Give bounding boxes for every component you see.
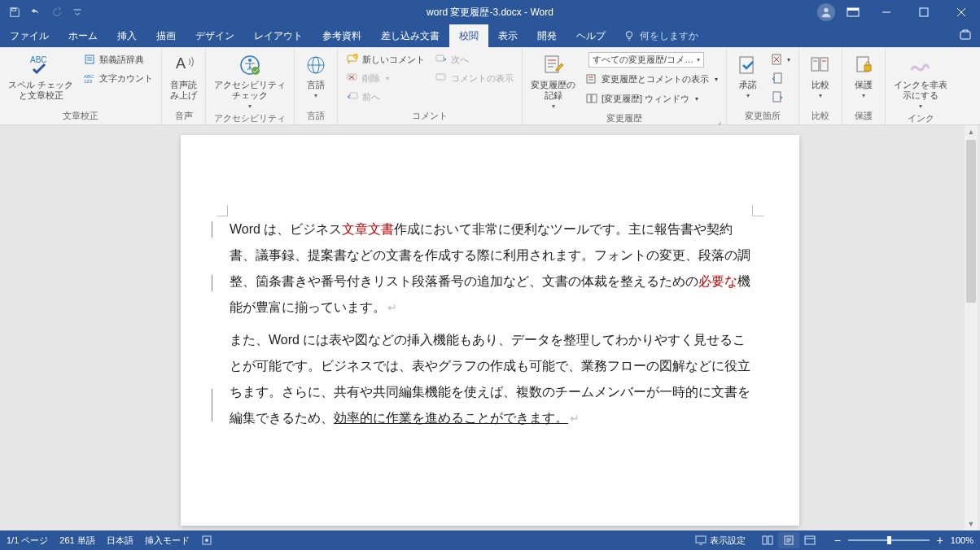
qat-customize-icon[interactable] <box>68 2 88 22</box>
zoom-level[interactable]: 100% <box>951 535 973 545</box>
group-label-protect: 保護 <box>846 108 882 124</box>
zoom-slider-track[interactable] <box>848 539 930 541</box>
show-markup-dropdown[interactable]: 変更履歴とコメントの表示▾ <box>582 70 721 88</box>
next-change-button[interactable] <box>768 88 794 106</box>
new-comment-button[interactable]: +新しいコメント <box>343 50 428 68</box>
paragraph[interactable]: Word は、ビジネス文章文書作成において非常に便利なツールです。主に報告書や契… <box>230 216 750 321</box>
tab-view[interactable]: 表示 <box>488 24 527 47</box>
reject-button[interactable]: ▾ <box>768 50 794 68</box>
ribbon-display-options-icon[interactable] <box>842 1 864 24</box>
tab-home[interactable]: ホーム <box>59 24 107 47</box>
next-comment-button[interactable]: 次へ <box>431 50 517 68</box>
prev-change-icon <box>771 72 784 85</box>
qat-undo-icon[interactable] <box>26 2 46 22</box>
protect-icon <box>851 52 877 78</box>
ribbon-tabs: ファイル ホーム 挿入 描画 デザイン レイアウト 参考資料 差し込み文書 校閲… <box>0 24 980 47</box>
accessibility-check-button[interactable]: アクセシビリティ チェック <box>209 49 291 111</box>
document-body[interactable]: Word は、ビジネス文章文書作成において非常に便利なツールです。主に報告書や契… <box>230 216 750 431</box>
tell-me-search[interactable]: 何をしますか <box>615 24 707 47</box>
paragraph[interactable]: また、Word には表や図などの挿入機能もあり、データを整理してわかりやすく見せ… <box>230 327 750 431</box>
compare-button[interactable]: 比較 <box>803 49 838 100</box>
paragraph-mark: ↵ <box>387 301 397 314</box>
tab-file[interactable]: ファイル <box>0 24 59 47</box>
group-label-tracking[interactable]: 変更履歴 <box>526 111 723 127</box>
group-label-speech: 音声 <box>165 108 202 124</box>
minimize-button[interactable] <box>868 0 905 24</box>
zoom-in-button[interactable]: + <box>934 534 946 547</box>
prev-comment-button[interactable]: 前へ <box>343 88 428 106</box>
status-page[interactable]: 1/1 ページ <box>7 535 48 547</box>
tab-developer[interactable]: 開発 <box>527 24 567 47</box>
show-comments-icon <box>435 72 448 85</box>
svg-rect-12 <box>960 32 970 39</box>
tab-design[interactable]: デザイン <box>186 24 244 47</box>
revision-bar[interactable] <box>212 221 212 238</box>
close-button[interactable] <box>943 0 980 24</box>
scroll-down-icon[interactable]: ▼ <box>965 517 978 530</box>
group-label-language: 言語 <box>298 108 334 124</box>
view-web-layout[interactable] <box>799 532 820 548</box>
hide-ink-button[interactable]: インクを非表 示にする <box>889 49 952 111</box>
read-aloud-icon: A <box>171 52 197 78</box>
share-icon[interactable] <box>959 28 973 45</box>
zoom-out-button[interactable]: − <box>832 534 843 547</box>
status-word-count[interactable]: 261 単語 <box>59 535 94 547</box>
wordcount-button[interactable]: ABC123文字カウント <box>80 69 156 87</box>
tab-references[interactable]: 参考資料 <box>313 24 371 47</box>
status-insert-mode[interactable]: 挿入モード <box>145 535 190 547</box>
scrollbar-thumb[interactable] <box>966 140 976 303</box>
svg-point-2 <box>824 8 828 12</box>
language-button[interactable]: 言語 <box>298 49 334 100</box>
ink-icon <box>908 52 934 78</box>
underlined-text[interactable]: 効率的に作業を進めることができます。 <box>334 411 568 425</box>
view-read-mode[interactable] <box>757 532 778 548</box>
track-changes-icon <box>540 52 567 78</box>
next-change-icon <box>771 90 784 103</box>
svg-rect-60 <box>696 536 706 543</box>
maximize-button[interactable] <box>905 0 943 24</box>
vertical-scrollbar[interactable]: ▲ ▼ <box>965 125 978 530</box>
group-ink: インクを非表 示にする インク <box>886 47 956 124</box>
status-language[interactable]: 日本語 <box>107 535 133 547</box>
ribbon: ABC スペル チェック と文章校正 類義語辞典 ABC123文字カウント 文章… <box>0 47 980 125</box>
svg-rect-32 <box>350 93 357 98</box>
group-label-changes: 変更箇所 <box>730 108 795 124</box>
revision-bar[interactable] <box>212 275 212 291</box>
read-aloud-button[interactable]: A 音声読 み上げ <box>165 49 202 101</box>
tab-draw[interactable]: 描画 <box>147 24 186 47</box>
show-comments-button[interactable]: コメントの表示 <box>431 69 517 87</box>
prev-change-button[interactable] <box>768 69 794 87</box>
status-display-settings[interactable]: 表示設定 <box>695 535 746 547</box>
tab-layout[interactable]: レイアウト <box>244 24 313 47</box>
document-page[interactable]: Word は、ビジネス文章文書作成において非常に便利なツールです。主に報告書や契… <box>181 135 799 526</box>
status-macro-icon[interactable] <box>201 535 212 546</box>
qat-redo-icon[interactable] <box>47 2 67 22</box>
view-print-layout[interactable] <box>778 532 799 548</box>
revision-bar[interactable] <box>212 389 212 421</box>
svg-rect-4 <box>847 8 859 11</box>
user-avatar[interactable] <box>817 3 835 21</box>
tab-help[interactable]: ヘルプ <box>567 24 615 47</box>
reviewing-pane-dropdown[interactable]: [変更履歴] ウィンドウ▾ <box>582 89 721 107</box>
thesaurus-button[interactable]: 類義語辞典 <box>80 50 156 68</box>
spellcheck-button[interactable]: ABC スペル チェック と文章校正 <box>3 49 78 101</box>
display-for-review-dropdown[interactable]: すべての変更履歴/コメ… <box>582 50 721 68</box>
prev-icon <box>346 90 359 103</box>
group-changes: 承諾 ▾ 変更箇所 <box>727 47 799 124</box>
qat-save-icon[interactable] <box>5 2 24 22</box>
delete-comment-button[interactable]: 削除▾ <box>343 69 428 87</box>
accept-button[interactable]: 承諾 <box>730 49 766 100</box>
svg-rect-62 <box>763 536 767 544</box>
track-changes-button[interactable]: 変更履歴の 記録 <box>526 49 580 111</box>
compare-icon <box>807 52 833 78</box>
tab-insert[interactable]: 挿入 <box>107 24 147 47</box>
scroll-up-icon[interactable]: ▲ <box>965 125 978 138</box>
tab-review[interactable]: 校閲 <box>449 24 488 47</box>
reviewing-pane-icon <box>585 92 598 105</box>
tab-mailings[interactable]: 差し込み文書 <box>371 24 449 47</box>
zoom-slider-thumb[interactable] <box>887 536 891 544</box>
tracked-change[interactable]: 必要な <box>698 274 737 288</box>
svg-rect-53 <box>820 58 828 71</box>
protect-button[interactable]: 保護 <box>846 49 882 100</box>
tracked-change[interactable]: 文章文書 <box>342 222 394 236</box>
